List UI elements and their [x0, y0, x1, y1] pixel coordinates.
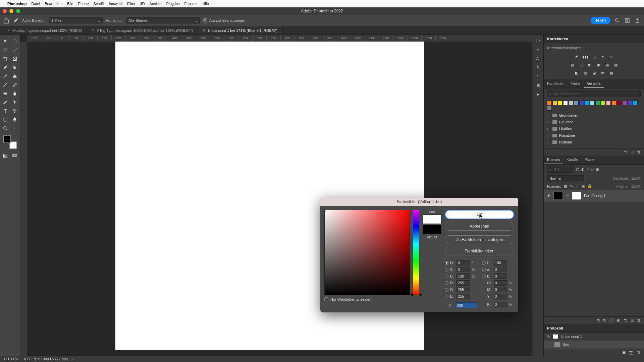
lock-position-icon[interactable]: ✢ — [576, 184, 579, 188]
menu-edit[interactable]: Bearbeiten — [45, 2, 62, 6]
gradient-folder[interactable]: ›Blautöne — [546, 119, 642, 125]
yellow-input[interactable] — [494, 294, 507, 299]
close-window-button[interactable] — [3, 9, 7, 13]
eyedropper-icon[interactable] — [1, 63, 10, 72]
gradient-folder[interactable]: ›Grundlagen — [546, 112, 642, 119]
foreground-color-swatch[interactable] — [3, 135, 11, 143]
radio-g[interactable] — [445, 288, 448, 292]
crop-tool-icon[interactable] — [1, 54, 10, 63]
gradient-preset-swatch[interactable] — [601, 101, 605, 105]
clone-stamp-icon[interactable] — [10, 72, 19, 80]
lab-b-input[interactable] — [494, 274, 507, 279]
close-icon[interactable]: × — [92, 28, 94, 33]
tab-swatches[interactable]: Farbfelder — [544, 79, 567, 88]
brush-tool-icon[interactable] — [1, 72, 10, 80]
radio-l[interactable] — [482, 261, 486, 265]
character-panel-icon[interactable]: A| — [536, 57, 539, 61]
layer-mask-thumbnail[interactable] — [572, 192, 581, 200]
web-colors-only-checkbox[interactable]: Nur Webfarben anzeigen — [324, 297, 410, 301]
hex-input[interactable] — [456, 302, 477, 308]
history-brush-source-icon[interactable]: ✎ — [547, 335, 550, 339]
radio-r[interactable] — [445, 281, 448, 285]
gradient-preset-swatch[interactable] — [569, 101, 573, 105]
tab-layers[interactable]: Ebenen — [544, 156, 563, 164]
cyan-input[interactable] — [494, 280, 507, 286]
path-select-icon[interactable] — [10, 98, 19, 107]
move-tool-icon[interactable] — [1, 37, 10, 46]
posterize-icon[interactable]: ▨ — [582, 70, 589, 75]
menu-layer[interactable]: Ebene — [78, 2, 89, 6]
radio-b-lab[interactable] — [482, 275, 486, 278]
levels-icon[interactable]: ▮▮▮ — [582, 54, 589, 59]
app-name[interactable]: Photoshop — [7, 2, 26, 6]
invert-icon[interactable]: ◧ — [573, 70, 580, 75]
eraser-tool-icon[interactable] — [10, 80, 19, 89]
snapshot-icon[interactable]: 📷 — [629, 350, 634, 355]
delete-state-icon[interactable]: 🗑 — [637, 350, 641, 355]
radio-b[interactable] — [445, 275, 448, 278]
radio-a[interactable] — [482, 268, 486, 272]
link-layers-icon[interactable]: ⧉ — [597, 318, 600, 322]
lock-paint-icon[interactable]: ✎ — [570, 184, 573, 188]
vertical-ruler[interactable] — [20, 42, 27, 356]
delete-layer-icon[interactable]: 🗑 — [637, 318, 641, 322]
blur-tool-icon[interactable] — [10, 89, 19, 98]
selective-icon[interactable]: ▦ — [608, 70, 615, 75]
home-icon[interactable] — [3, 17, 9, 23]
history-state-selected[interactable]: Neu — [544, 341, 644, 349]
close-icon[interactable]: × — [7, 28, 10, 33]
zoom-tool-icon[interactable] — [1, 124, 10, 133]
gradient-preset-swatch[interactable] — [558, 101, 562, 105]
menu-type[interactable]: Schrift — [94, 2, 104, 6]
folder-icon[interactable]: 🗀 — [624, 150, 627, 154]
filter-type-icon[interactable]: T — [587, 167, 589, 171]
gradient-preset-swatch[interactable] — [633, 101, 638, 105]
document-tab-active[interactable]: × Unbenannt-1 bei 171% (Ebene 1, RGB/8*) — [198, 26, 282, 35]
history-state[interactable]: ✎ Unbenannt-1 — [544, 333, 644, 341]
fx-icon[interactable]: fx — [603, 318, 606, 322]
frame-tool-icon[interactable] — [10, 54, 19, 63]
lock-all-icon[interactable]: 🔒 — [587, 184, 592, 188]
gradient-preset-swatch[interactable] — [628, 101, 632, 105]
blend-mode-select[interactable]: Normal — [547, 175, 584, 181]
gradient-preset-swatch[interactable] — [563, 101, 568, 105]
group-icon[interactable]: 🗀 — [624, 318, 627, 322]
layers-filter-input[interactable] — [547, 166, 574, 173]
lock-pixels-icon[interactable]: ▦ — [564, 184, 567, 188]
workspace-icon[interactable] — [624, 17, 631, 24]
styles-panel-icon[interactable]: ▦ — [536, 83, 540, 87]
maximize-window-button[interactable] — [16, 9, 20, 13]
gradients-search-input[interactable] — [547, 90, 641, 97]
show-sampling-ring-checkbox[interactable]: ✓ Auswahlring anzeigen — [203, 18, 246, 22]
gradient-tool-icon[interactable] — [1, 89, 10, 98]
dialog-title[interactable]: Farbwähler (Volltonfarbe) — [320, 198, 518, 206]
paragraph-panel-icon[interactable]: ¶ — [537, 65, 539, 69]
vibrance-icon[interactable]: ▽ — [608, 54, 615, 59]
lasso-tool-icon[interactable] — [1, 46, 10, 54]
direct-select-icon[interactable] — [10, 107, 19, 115]
brightness-input[interactable] — [457, 274, 470, 279]
lock-artboard-icon[interactable]: ▣ — [581, 184, 585, 188]
zoom-display[interactable]: 171,11% — [3, 357, 18, 361]
menu-select[interactable]: Auswahl — [109, 2, 123, 6]
pen-tool-icon[interactable] — [1, 98, 10, 107]
hand-tool-icon[interactable] — [10, 115, 19, 124]
lightness-input[interactable] — [494, 260, 507, 265]
history-brush-icon[interactable] — [1, 80, 10, 89]
search-icon[interactable] — [614, 17, 621, 24]
tab-paths[interactable]: Pfade — [581, 156, 598, 164]
minimize-window-button[interactable] — [9, 9, 13, 13]
healing-brush-icon[interactable] — [10, 63, 19, 72]
gradient-preset-swatch[interactable] — [574, 101, 579, 105]
document-tab[interactable]: × Mockup-Ingenieure.psd bei 100% (RGB/8) — [3, 26, 87, 35]
tab-color[interactable]: Farbe — [567, 79, 584, 88]
color-libraries-button[interactable]: Farbbibliotheken — [445, 247, 514, 255]
layer-thumbnail[interactable] — [553, 192, 563, 200]
tab-channels[interactable]: Kanäle — [563, 156, 581, 164]
glyphs-panel-icon[interactable]: ᴬ — [537, 74, 539, 78]
filter-shape-icon[interactable]: ▱ — [591, 167, 594, 172]
share-export-icon[interactable] — [634, 17, 641, 24]
gradient-preset-swatch[interactable] — [595, 101, 600, 105]
photo-filter-icon[interactable]: ◉ — [595, 62, 602, 67]
type-tool-icon[interactable] — [1, 107, 10, 115]
